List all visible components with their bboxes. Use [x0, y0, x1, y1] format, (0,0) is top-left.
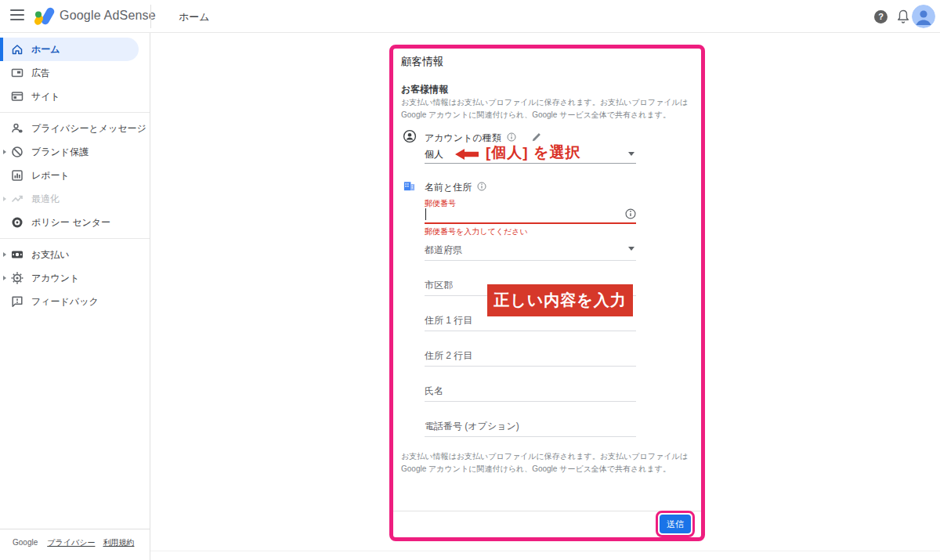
correct-input-annotation: 正しい内容を入力 [487, 284, 633, 316]
address2-label: 住所 2 行目 [425, 350, 472, 361]
sidebar-item-label: ブランド保護 [31, 146, 89, 159]
address2-field[interactable]: 住所 2 行目 [425, 349, 636, 367]
page-title: ホーム [179, 10, 210, 24]
sidebar-item-home[interactable]: ホーム [0, 38, 139, 61]
phone-field[interactable]: 電話番号 (オプション) [425, 420, 636, 437]
left-arrow-annotation-icon [455, 148, 479, 164]
address1-label: 住所 1 行目 [425, 315, 472, 326]
optimization-icon [11, 193, 24, 205]
notifications-bell-icon[interactable] [895, 9, 911, 27]
sidebar-item-label: 最適化 [31, 193, 60, 206]
prefecture-select[interactable]: 都道府県 [425, 244, 636, 261]
field-underline [425, 401, 636, 402]
adsense-logo-icon [33, 7, 55, 29]
submit-button[interactable]: 送信 [660, 515, 691, 533]
sidebar-item-optimization[interactable]: 最適化 [0, 187, 150, 211]
top-app-bar: Google AdSense ホーム ? [0, 0, 940, 33]
text-cursor [425, 208, 426, 220]
privacy-link[interactable]: プライバシー [47, 538, 95, 547]
address1-field[interactable]: 住所 1 行目 [425, 314, 636, 331]
sidebar-item-label: お支払い [31, 248, 70, 262]
account-type-value: 個人 [425, 149, 443, 160]
sidebar-item-sites[interactable]: サイト [0, 85, 150, 108]
storage-note-top: お支払い情報はお支払いプロファイルに保存されます。お支払いプロファイルは Goo… [401, 96, 697, 121]
ads-icon [11, 67, 24, 79]
sidebar-item-label: フィードバック [31, 295, 99, 309]
sidebar-item-brand-safety[interactable]: ブランド保護 [0, 140, 150, 164]
google-brand-label: Google [13, 538, 38, 547]
feedback-icon [11, 295, 24, 308]
user-avatar[interactable] [912, 5, 935, 28]
terms-link[interactable]: 利用規約 [103, 538, 134, 547]
home-icon [11, 43, 24, 56]
expand-caret-icon[interactable] [3, 252, 6, 257]
field-underline [425, 260, 636, 261]
customer-section-title: お客様情報 [401, 83, 448, 96]
person-circle-icon [403, 129, 417, 146]
name-address-label: 名前と住所 [425, 181, 472, 194]
field-underline-error [425, 222, 636, 224]
fullname-field[interactable]: 氏名 [425, 385, 636, 402]
payments-icon [11, 248, 24, 261]
select-personal-annotation: [個人] を選択 [486, 143, 580, 163]
sidebar-item-reports[interactable]: レポート [0, 164, 150, 187]
city-label: 市区郡 [425, 280, 453, 291]
postal-code-error: 郵便番号を入力してください [425, 226, 528, 237]
sidebar-item-label: ポリシー センター [31, 216, 110, 229]
sidebar-item-privacy-messaging[interactable]: プライバシーとメッセージ [0, 117, 150, 140]
fullname-label: 氏名 [425, 385, 443, 396]
sidebar: ホーム 広告 サイト プライバシーとメッセージ ブランド保護 レポート [0, 33, 150, 560]
product-name: Google AdSense [60, 9, 156, 23]
storage-note-bottom: お支払い情報はお支払いプロファイルに保存されます。お支払いプロファイルは Goo… [401, 450, 697, 475]
sidebar-item-label: プライバシーとメッセージ [31, 122, 146, 135]
sidebar-footer: Googleプライバシー利用規約 [0, 529, 150, 560]
prefecture-label: 都道府県 [425, 244, 462, 255]
sites-icon [11, 90, 24, 103]
sidebar-divider [0, 238, 150, 239]
sidebar-item-label: レポート [31, 169, 70, 182]
field-underline [425, 366, 636, 367]
brand-safety-icon [11, 146, 24, 158]
caret-down-icon [628, 152, 634, 156]
sidebar-item-label: サイト [31, 90, 60, 103]
field-underline [425, 331, 636, 331]
menu-icon[interactable] [10, 9, 24, 20]
caret-down-icon [628, 247, 634, 251]
sidebar-divider [0, 112, 150, 113]
expand-caret-icon[interactable] [3, 197, 6, 201]
expand-caret-icon[interactable] [3, 276, 6, 280]
sidebar-item-policy-center[interactable]: ポリシー センター [0, 211, 150, 234]
postal-code-input[interactable] [425, 208, 613, 221]
info-icon[interactable] [477, 182, 486, 193]
sidebar-item-ads[interactable]: 広告 [0, 61, 150, 85]
field-underline [425, 436, 636, 437]
help-icon[interactable]: ? [874, 10, 888, 23]
building-icon [403, 179, 416, 196]
sidebar-item-label: アカウント [31, 272, 79, 285]
privacy-messaging-icon [11, 122, 24, 135]
header-divider [150, 5, 151, 28]
sidebar-item-payments[interactable]: お支払い [0, 243, 150, 266]
sidebar-item-label: 広告 [31, 67, 50, 80]
policy-center-icon [11, 216, 24, 229]
info-icon[interactable] [625, 208, 636, 222]
submit-highlight-ring: 送信 [656, 511, 695, 537]
sidebar-item-feedback[interactable]: フィードバック [0, 290, 150, 313]
sidebar-item-account[interactable]: アカウント [0, 266, 150, 290]
card-title: 顧客情報 [401, 55, 443, 69]
gear-icon [11, 272, 24, 284]
card-footer-divider [393, 511, 701, 511]
sidebar-item-label: ホーム [31, 43, 60, 56]
reports-icon [11, 169, 24, 182]
expand-caret-icon[interactable] [3, 150, 6, 154]
phone-label: 電話番号 (オプション) [425, 421, 519, 432]
